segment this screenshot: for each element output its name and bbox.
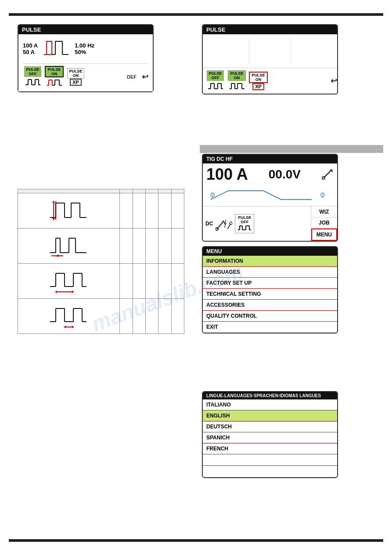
tig-wave-row [203, 185, 337, 206]
lang-english[interactable]: ENGLISH [203, 410, 337, 421]
gray-section-band [200, 145, 383, 153]
cell-1-4 [145, 193, 158, 229]
wave-cell-3 [18, 264, 120, 299]
cell-1-6 [171, 193, 184, 229]
pulse-hz-pct: 1.00 Hz 50% [75, 42, 94, 55]
def-label: DEF [127, 74, 137, 80]
lang-spanich[interactable]: SPANICH [203, 432, 337, 443]
languages-panel: LINGUE-LANGUAGES·SPRACHEN·IDIOMAS LANGUE… [202, 391, 338, 478]
table-row [18, 264, 184, 299]
cell-1-5 [158, 193, 171, 229]
svg-marker-102 [55, 290, 57, 293]
pulse-on-xp-btn[interactable]: PULSEON XP [66, 68, 86, 86]
pulse-wave-graphic [43, 38, 69, 60]
svg-line-55 [228, 224, 230, 229]
cell-3-3 [133, 264, 145, 299]
pulse-left-title: PULSE [18, 25, 153, 34]
tig-title: TIG DC HF [203, 155, 337, 163]
pulse-left-buttons: PULSEOFF PULSEON [23, 63, 148, 88]
menu-item-exit[interactable]: EXIT [203, 322, 337, 333]
menu-button[interactable]: MENU [311, 229, 337, 241]
svg-line-52 [217, 221, 223, 229]
pulse-on-right-btn[interactable]: PULSEON [227, 70, 247, 91]
cell-4-4 [145, 299, 158, 334]
back-button-left[interactable]: ↩ [142, 72, 148, 82]
menu-panel-title: MENU [203, 247, 337, 256]
tig-volts: 00.0V [269, 167, 301, 181]
pulse-off-box: PULSEOFF [235, 214, 254, 233]
cell-2-5 [158, 229, 171, 264]
lang-panel-title: LINGUE-LANGUAGES·SPRACHEN·IDIOMAS LANGUE… [203, 392, 337, 399]
lang-empty-2 [203, 466, 337, 477]
job-button[interactable]: JOB [311, 218, 337, 229]
cell-1-3 [133, 193, 145, 229]
cell-2-6 [171, 229, 184, 264]
svg-marker-115 [72, 326, 74, 328]
cell-4-6 [171, 299, 184, 334]
pulse-table-section [18, 189, 184, 334]
col-wave [18, 189, 120, 193]
cell-4-3 [133, 299, 145, 334]
top-decorative-bar [9, 13, 383, 16]
tig-panel: TIG DC HF 100 A 00.0V DC [202, 154, 338, 242]
table-row [18, 193, 184, 229]
back-button-right[interactable]: ↩ [331, 76, 337, 86]
wiz-button[interactable]: WIZ [311, 207, 337, 218]
tig-right-buttons: WIZ JOB MENU [311, 207, 337, 241]
menu-item-factory-set[interactable]: FACTORY SET UP [203, 278, 337, 289]
tig-readings: 100 A 00.0V [203, 163, 337, 185]
pulse-right-title: PULSE [203, 25, 337, 34]
cell-4-2 [120, 299, 133, 334]
pulse-off-btn[interactable]: PULSEOFF [23, 66, 43, 87]
pulse-on-selected-btn[interactable]: PULSEON [44, 66, 64, 88]
lang-french[interactable]: FRENCH [203, 443, 337, 454]
col-3 [133, 189, 145, 193]
col-2 [120, 189, 133, 193]
wave-cell-4 [18, 299, 120, 334]
wave-cell-2 [18, 229, 120, 264]
menu-item-technical[interactable]: TECHNICAL SETTING [203, 289, 337, 300]
cell-2-4 [145, 229, 158, 264]
col-5 [158, 189, 171, 193]
tig-dc-label: DC [205, 221, 213, 227]
wave-cell-1 [18, 193, 120, 229]
cell-2-3 [133, 229, 145, 264]
svg-point-56 [230, 222, 232, 225]
menu-panel: MENU INFORMATION LANGUAGES FACTORY SET U… [202, 246, 338, 334]
menu-item-accessories[interactable]: ACCESSORIES [203, 300, 337, 311]
tig-bottom-row: DC PULSEOFF [203, 206, 337, 241]
menu-item-information[interactable]: INFORMATION [203, 256, 337, 267]
cell-3-2 [120, 264, 133, 299]
svg-point-47 [322, 177, 325, 179]
svg-marker-77 [52, 200, 55, 203]
svg-point-53 [216, 228, 218, 230]
menu-item-quality[interactable]: QUALITY CONTROL [203, 311, 337, 322]
torch-icon [321, 168, 334, 181]
cell-2-2 [120, 229, 133, 264]
pulse-off-right-btn[interactable]: PULSEOFF [205, 70, 225, 91]
menu-item-languages[interactable]: LANGUAGES [203, 267, 337, 278]
cell-3-5 [158, 264, 171, 299]
lang-italiano[interactable]: ITALIANO [203, 399, 337, 410]
table-row [18, 299, 184, 334]
tig-amps: 100 A [206, 165, 248, 184]
cell-3-4 [145, 264, 158, 299]
pulse-right-buttons: PULSEOFF PULSEON [203, 68, 337, 94]
cell-3-6 [171, 264, 184, 299]
bottom-decorative-bar [9, 539, 383, 542]
pulse-left-amps: 100 A 50 A [23, 42, 38, 55]
svg-rect-0 [47, 41, 52, 54]
cell-4-5 [158, 299, 171, 334]
svg-marker-103 [72, 290, 74, 293]
svg-marker-114 [64, 326, 66, 328]
table-row [18, 229, 184, 264]
cell-1-2 [120, 193, 133, 229]
pulse-table [18, 189, 184, 334]
pulse-panel-left: PULSE 100 A 50 A [18, 24, 154, 92]
lang-empty-1 [203, 454, 337, 466]
svg-marker-78 [52, 218, 55, 221]
col-6 [171, 189, 184, 193]
svg-line-46 [324, 170, 331, 178]
pulse-xp-right-btn[interactable]: PULSEON XP [248, 72, 268, 90]
lang-deutsch[interactable]: DEUTSCH [203, 421, 337, 432]
